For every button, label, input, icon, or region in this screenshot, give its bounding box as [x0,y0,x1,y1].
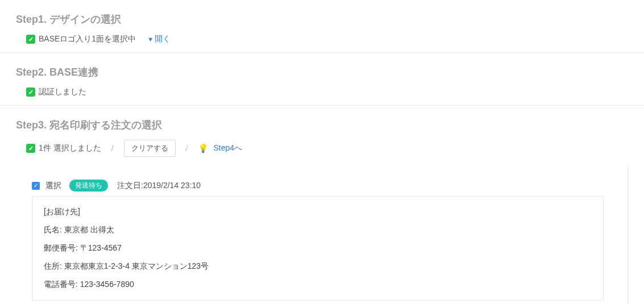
open-label: 開く [155,34,171,44]
step1-open-toggle[interactable]: ▼開く [147,34,171,44]
step1-status-text: BASEロゴ入り1面を選択中 [39,34,136,44]
step3-status-line: 1件 選択しました / クリアする / 💡 Step4へ [16,140,628,157]
divider: / [111,144,114,153]
step1-section: Step1. デザインの選択 BASEロゴ入り1面を選択中 ▼開く [0,0,644,53]
delivery-header: [お届け先] [44,207,592,217]
clear-button[interactable]: クリアする [124,140,176,157]
lightbulb-icon: 💡 [198,143,209,153]
delivery-name: 氏名: 東京都 出得太 [44,225,592,235]
divider: / [186,144,188,153]
triangle-down-icon: ▼ [147,36,153,43]
delivery-address: 住所: 東京都東京1-2-3-4 東京マンション123号 [44,261,592,272]
delivery-postal: 郵便番号: 〒123-4567 [44,243,592,253]
order-header: 選択 発送待ち 注文日:2019/2/14 23:10 [32,180,604,192]
step3-section: Step3. 宛名印刷する注文の選択 1件 選択しました / クリアする / 💡… [0,106,644,165]
order-date-label: 注文日: [117,181,143,190]
delivery-phone: 電話番号: 123-3456-7890 [44,280,592,290]
step2-title: Step2. BASE連携 [16,65,628,79]
step3-status-text: 1件 選択しました [39,143,101,153]
order-list: 選択 発送待ち 注文日:2019/2/14 23:10 [お届け先] 氏名: 東… [8,165,628,305]
step1-title: Step1. デザインの選択 [16,13,628,26]
step4-link[interactable]: Step4へ [213,143,242,153]
step1-status-line: BASEロゴ入り1面を選択中 ▼開く [16,34,628,44]
check-icon [26,144,35,153]
check-icon [26,88,35,97]
order-select-checkbox[interactable] [32,182,40,190]
order-date: 注文日:2019/2/14 23:10 [117,181,201,191]
step3-title: Step3. 宛名印刷する注文の選択 [16,118,628,132]
order-select-label: 選択 [45,181,61,191]
status-badge: 発送待ち [69,180,108,192]
check-icon [26,35,35,44]
step2-status-text: 認証しました [39,87,86,97]
order-date-value: 2019/2/14 23:10 [143,181,201,190]
delivery-card: [お届け先] 氏名: 東京都 出得太 郵便番号: 〒123-4567 住所: 東… [32,196,604,301]
step2-status-line: 認証しました [16,87,628,97]
step2-section: Step2. BASE連携 認証しました [0,53,644,106]
